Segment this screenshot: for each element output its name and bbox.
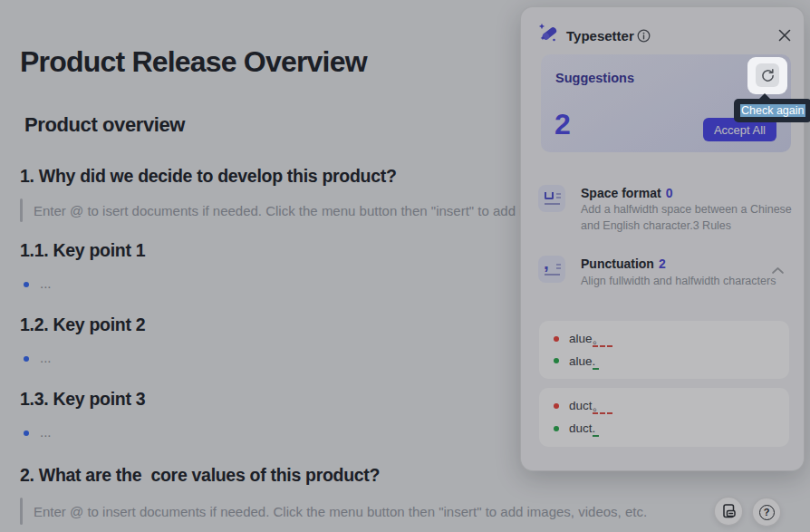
fixed-row: duct. [554, 420, 775, 439]
document-title[interactable]: Product Release Overview [20, 45, 367, 79]
space-format-count: 0 [666, 186, 673, 200]
placeholder-block-2[interactable]: Enter @ to insert documents if needed. C… [20, 498, 647, 525]
success-dot-icon [554, 358, 559, 363]
error-dot-icon [554, 403, 559, 409]
app-window: Product Release Overview Product overvie… [0, 0, 810, 532]
suggestions-count: 2 [554, 109, 571, 140]
blue-dot-icon [24, 430, 29, 436]
space-format-icon [538, 185, 565, 212]
fixed-punctuation: . [593, 421, 600, 437]
check-again-button[interactable] [756, 63, 779, 87]
punctuation-description: Align fullwidth and halfwidth characters [581, 273, 796, 289]
question-mark-icon: ? [759, 505, 775, 520]
suggestions-label: Suggestions [555, 71, 634, 85]
bullet-item-3[interactable]: ... [24, 423, 52, 441]
wrong-row: duct。 [554, 397, 775, 416]
suggestion-card-1[interactable]: alue。 alue. [539, 321, 789, 379]
fixed-punctuation: . [593, 354, 600, 370]
refresh-icon [760, 68, 776, 83]
panel-title: Typesetter [566, 28, 634, 44]
bullet-item-1[interactable]: ... [24, 275, 52, 293]
fixed-row: alue. [554, 352, 775, 370]
bullet-text[interactable]: ... [40, 349, 52, 367]
quote-bar [20, 498, 23, 525]
close-icon[interactable] [776, 27, 793, 44]
bullet-text[interactable]: ... [40, 423, 52, 441]
check-again-tooltip: Check again [734, 99, 810, 122]
blue-dot-icon [24, 282, 29, 287]
suggestion-card-2[interactable]: duct。 duct. [539, 388, 789, 447]
document-comment-icon [720, 503, 737, 519]
spotlight-highlight [747, 57, 787, 94]
info-icon[interactable] [637, 29, 651, 46]
category-punctuation[interactable]: Punctuation2 [581, 255, 666, 273]
wrong-punctuation: 。 [593, 399, 613, 414]
success-dot-icon [554, 426, 559, 431]
blue-dot-icon [24, 356, 29, 362]
keypoint-3-heading[interactable]: 1.3. Key point 3 [20, 389, 145, 410]
punctuation-count: 2 [659, 256, 666, 271]
keypoint-1-heading[interactable]: 1.1. Key point 1 [20, 240, 145, 261]
bullet-item-2[interactable]: ... [24, 349, 52, 367]
magic-wand-icon [537, 21, 561, 44]
bullet-text[interactable]: ... [40, 275, 52, 293]
keypoint-2-heading[interactable]: 1.2. Key point 2 [20, 314, 145, 335]
tooltip-label: Check again [740, 104, 805, 117]
wrong-punctuation: 。 [593, 332, 613, 347]
chevron-up-icon[interactable] [771, 262, 785, 278]
quote-bar [20, 198, 23, 222]
category-space-format[interactable]: Space format0 [581, 184, 673, 202]
error-dot-icon [554, 336, 559, 342]
feedback-button[interactable] [714, 497, 743, 526]
punctuation-icon: , [538, 256, 565, 283]
wrong-row: alue。 [554, 330, 775, 348]
help-button[interactable]: ? [752, 498, 781, 527]
placeholder-text-2[interactable]: Enter @ to insert documents if needed. C… [34, 504, 647, 519]
section-2-heading[interactable]: 2. What are the core values of this prod… [20, 465, 380, 486]
section-1-heading[interactable]: 1. Why did we decide to develop this pro… [20, 166, 397, 187]
document-subtitle[interactable]: Product overview [24, 113, 185, 137]
space-format-description: Add a halfwidth space between a Chinese … [581, 201, 796, 234]
